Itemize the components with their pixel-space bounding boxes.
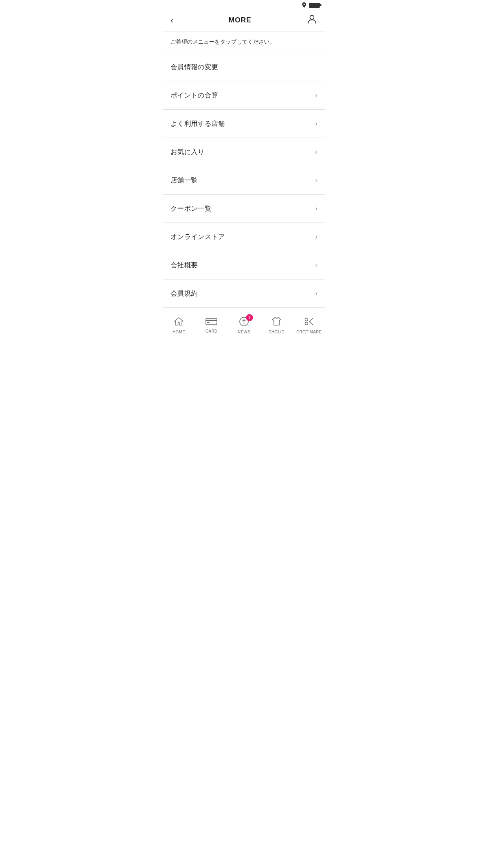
tab-cree-mare-label: CREE´MARE [296, 330, 322, 334]
page-title: MORE [229, 16, 251, 24]
tab-card-label: CARD [205, 329, 217, 333]
menu-item-online-store[interactable]: オンラインストア › [163, 223, 325, 251]
chevron-icon: › [315, 120, 317, 128]
tab-news-label: NEWS [238, 330, 250, 334]
tab-bar: HOME CARD 2 NEWS [163, 308, 325, 339]
menu-item-favorite-store[interactable]: よく利用する店舗 › [163, 110, 325, 138]
chevron-icon: › [315, 176, 317, 184]
menu-item-member-rules[interactable]: 会員規約 › [163, 280, 325, 308]
user-icon[interactable] [306, 14, 317, 27]
svg-point-0 [310, 15, 314, 19]
home-icon [174, 316, 184, 328]
back-button[interactable]: ‹ [171, 16, 173, 25]
menu-item-company-info[interactable]: 会社概要 › [163, 251, 325, 280]
menu-item-coupon-list[interactable]: クーポン一覧 › [163, 195, 325, 223]
menu-list: 会員情報の変更 ポイントの合算 › よく利用する店舗 › お気に入り › 店舗一… [163, 53, 325, 308]
svg-line-6 [309, 318, 313, 322]
subtitle-text: ご希望のメニューをタップしてください。 [171, 39, 275, 45]
menu-item-point-sum[interactable]: ポイントの合算 › [163, 81, 325, 110]
tab-home-label: HOME [172, 330, 185, 334]
subtitle-row: ご希望のメニューをタップしてください。 [163, 31, 325, 53]
tab-news[interactable]: 2 NEWS [228, 308, 261, 339]
chevron-icon: › [315, 233, 317, 241]
tab-home[interactable]: HOME [163, 308, 195, 339]
chevron-icon: › [315, 91, 317, 99]
scissors-icon [304, 316, 314, 328]
chevron-icon: › [315, 289, 317, 298]
tab-card[interactable]: CARD [195, 308, 228, 339]
svg-point-9 [305, 322, 308, 325]
chevron-icon: › [315, 261, 317, 269]
svg-rect-3 [207, 322, 209, 323]
chevron-icon: › [315, 204, 317, 213]
shirt-icon [272, 316, 282, 328]
tab-cree-mare[interactable]: CREE´MARE [293, 308, 325, 339]
news-icon-wrap: 2 [239, 316, 249, 328]
card-icon [205, 317, 217, 327]
tab-dholic-label: DHOLIC [268, 330, 284, 334]
header: ‹ MORE [163, 9, 325, 31]
menu-item-favorites[interactable]: お気に入り › [163, 138, 325, 166]
svg-line-7 [309, 322, 313, 325]
battery-indicator [309, 3, 320, 8]
menu-item-member-info[interactable]: 会員情報の変更 [163, 53, 325, 81]
status-bar [163, 0, 325, 9]
news-badge: 2 [246, 314, 253, 321]
chevron-icon: › [315, 148, 317, 156]
menu-item-store-list[interactable]: 店舗一覧 › [163, 166, 325, 195]
svg-rect-1 [206, 318, 217, 325]
svg-point-8 [305, 318, 308, 321]
location-icon [302, 2, 306, 8]
tab-dholic[interactable]: DHOLIC [260, 308, 293, 339]
